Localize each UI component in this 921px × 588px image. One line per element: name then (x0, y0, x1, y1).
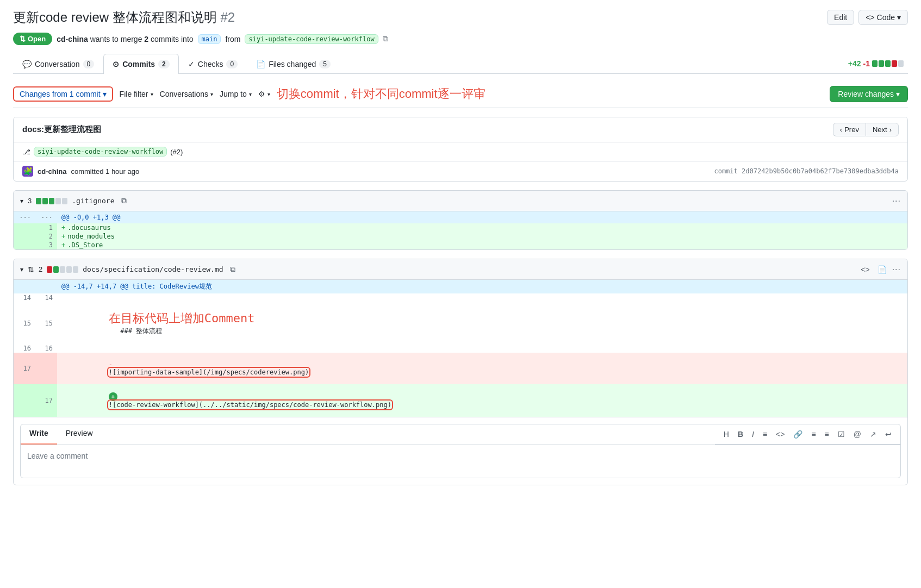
changes-from-label: Changes from 1 commit (20, 90, 101, 98)
merge-icon: ⇅ (20, 35, 26, 43)
next-commit-button[interactable]: Next › (866, 123, 899, 136)
tab-conversation[interactable]: 💬 Conversation 0 (13, 54, 103, 74)
stat-block-4 (55, 198, 61, 204)
diff-code-17-add: + ![code-review-workflow](../../static/i… (57, 384, 907, 417)
file-diff-codereviewed: ▾ ⇅ 2 docs/specification/code-review.md … (13, 259, 908, 485)
copy-file-path-button-gitignore[interactable]: ⧉ (119, 195, 129, 207)
toolbar-code-icon[interactable]: <> (774, 429, 787, 440)
collapse-button-codereview[interactable]: ▾ (20, 266, 23, 273)
add-comment-plus-icon[interactable]: + (109, 392, 117, 401)
line-old-num (14, 232, 35, 241)
tab-commits[interactable]: ⊙ Commits 2 (103, 54, 179, 74)
commit-info-box: docs:更新整理流程图 ‹ Prev Next › ⎇ siyi-update… (13, 117, 908, 182)
stat-block-cr-3 (60, 266, 65, 273)
review-changes-caret: ▾ (896, 90, 900, 98)
target-branch[interactable]: main (198, 34, 221, 44)
annotation-commit: 切换commit，针对不同commit逐一评审 (277, 86, 486, 102)
toolbar-link-icon[interactable]: 🔗 (791, 429, 805, 440)
review-changes-label: Review changes (838, 90, 894, 98)
comment-tab-preview[interactable]: Preview (57, 424, 102, 445)
inline-comment-section: Write Preview H B I ≡ <> 🔗 ≡ ≡ ☑ @ (14, 417, 907, 485)
toolbar-bold-icon[interactable]: B (736, 429, 745, 440)
commit-branch-name[interactable]: siyi-update-code-review-workflow (34, 147, 167, 157)
line-old-num (14, 223, 35, 232)
line-new-num: 3 (35, 241, 57, 249)
next-icon: › (889, 126, 892, 134)
settings-dropdown[interactable]: ⚙ ▾ (258, 90, 270, 98)
toolbar-list-icon[interactable]: ≡ (761, 429, 769, 440)
files-changed-icon: 📄 (256, 60, 265, 68)
line-old-16: 16 (14, 344, 35, 353)
hunk-header-content: @@ -0,0 +1,3 @@ (57, 211, 907, 223)
pr-title-actions: Edit <> Code ▾ (827, 10, 908, 25)
pr-commit-count: 2 (144, 35, 148, 43)
changes-from-button[interactable]: Changes from 1 commit ▾ (13, 86, 113, 102)
pr-status-badge: ⇅ Open (13, 33, 52, 45)
toolbar-undo-icon[interactable]: ↩ (883, 429, 894, 440)
diff-block-5 (898, 60, 904, 67)
collapse-button-gitignore[interactable]: ▾ (20, 197, 23, 205)
file-filter-label: File filter (120, 90, 148, 98)
hunk-num-new: ··· (35, 211, 57, 223)
tab-files-changed[interactable]: 📄 Files changed 5 (247, 54, 340, 74)
toolbar-unordered-list-icon[interactable]: ≡ (809, 429, 818, 440)
toolbar-attach-icon[interactable]: ↗ (868, 429, 879, 440)
commit-title: docs:更新整理流程图 (22, 124, 101, 135)
pr-title-text: 更新code review 整体流程图和说明 (13, 10, 217, 24)
stat-block-3 (49, 198, 54, 204)
pr-title: 更新code review 整体流程图和说明 #2 (13, 9, 235, 26)
conversations-caret: ▾ (210, 91, 213, 97)
comment-tab-write[interactable]: Write (21, 424, 57, 445)
review-changes-button[interactable]: Review changes ▾ (830, 86, 908, 102)
commit-pr-ref: (#2) (170, 148, 183, 156)
diff-block-4 (892, 60, 897, 67)
toolbar-heading-icon[interactable]: H (721, 429, 731, 440)
diff-block-3 (885, 60, 891, 67)
source-branch[interactable]: siyi-update-code-review-workflow (245, 34, 378, 44)
branch-icon: ⎇ (22, 148, 30, 156)
jump-to-dropdown[interactable]: Jump to ▾ (220, 90, 252, 98)
toolbar-task-list-icon[interactable]: ☑ (836, 429, 847, 440)
file-stat-blocks-gitignore (36, 198, 67, 204)
move-icon: ⇅ (28, 265, 34, 274)
file-more-options-cr[interactable]: ··· (892, 265, 901, 274)
commits-icon: ⊙ (113, 60, 119, 68)
tab-checks[interactable]: ✓ Checks 0 (179, 54, 247, 74)
line-new-15: 15 (35, 302, 57, 344)
commit-branch-row: ⎇ siyi-update-code-review-workflow (#2) (14, 142, 907, 161)
diff-code-16 (57, 344, 907, 353)
diff-hunk-header-row: ··· ··· @@ -0,0 +1,3 @@ (14, 211, 907, 223)
jump-to-caret: ▾ (249, 91, 252, 97)
diff-deletions: -1 (863, 59, 870, 68)
commit-hash: commit 2d07242b9b50c0b7a04b62f7be7309edb… (714, 167, 899, 175)
diff-code-content: +.DS_Store (57, 241, 907, 249)
prev-label: Prev (844, 126, 859, 134)
conversations-dropdown[interactable]: Conversations ▾ (160, 90, 214, 98)
stat-block-cr-5 (73, 266, 78, 273)
file-view-button[interactable]: 📄 (875, 264, 889, 275)
commit-author: cd-china (38, 167, 66, 176)
diff-code-17-del: - ![importing-data-sample](/img/specs/co… (57, 353, 907, 384)
hunk-num-old: ··· (14, 211, 35, 223)
copy-branch-icon[interactable]: ⧉ (383, 34, 388, 43)
commit-navigation: ‹ Prev Next › (833, 123, 899, 136)
stat-block-2 (42, 198, 48, 204)
code-view-button[interactable]: <> (858, 264, 872, 275)
pr-tabs: 💬 Conversation 0 ⊙ Commits 2 ✓ Checks 0 … (13, 54, 908, 74)
commit-header: docs:更新整理流程图 ‹ Prev Next › (14, 117, 907, 142)
toolbar-mention-icon[interactable]: @ (851, 429, 863, 440)
code-button[interactable]: <> Code ▾ (858, 10, 908, 25)
pr-number: #2 (220, 10, 235, 24)
copy-file-path-button-cr[interactable]: ⧉ (228, 264, 238, 275)
file-diff-header-gitignore: ▾ 3 .gitignore ⧉ ··· (14, 191, 907, 211)
diff-block-2 (879, 60, 884, 67)
diff-code-content: +.docusaurus (57, 223, 907, 232)
file-more-options-gitignore[interactable]: ··· (892, 196, 901, 206)
file-name-gitignore: .gitignore (72, 197, 114, 205)
file-filter-dropdown[interactable]: File filter ▾ (120, 90, 153, 98)
edit-button[interactable]: Edit (827, 10, 854, 25)
toolbar-italic-icon[interactable]: I (750, 429, 756, 440)
file-diff-header-left-cr: ▾ ⇅ 2 docs/specification/code-review.md … (20, 264, 238, 275)
toolbar-ordered-list-icon[interactable]: ≡ (823, 429, 831, 440)
prev-commit-button[interactable]: ‹ Prev (833, 123, 866, 136)
